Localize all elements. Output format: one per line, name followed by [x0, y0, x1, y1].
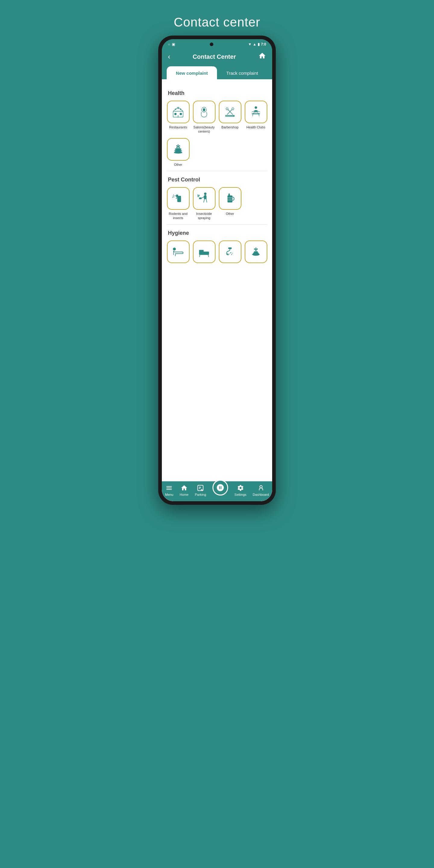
- hygiene4-icon-box: [245, 241, 267, 263]
- other-health-icon-box: [167, 138, 190, 161]
- svg-point-2: [178, 107, 179, 109]
- category-rodents[interactable]: Rodents and insects: [167, 187, 190, 220]
- svg-rect-64: [228, 247, 232, 249]
- category-barbershop[interactable]: Barbershop: [218, 101, 241, 134]
- svg-point-40: [173, 195, 174, 195]
- svg-line-14: [227, 110, 232, 115]
- nav-dashboard[interactable]: Dashboard: [253, 484, 269, 496]
- salons-label: Salons(beauty centers): [193, 125, 216, 134]
- salons-icon-box: [193, 101, 216, 123]
- svg-point-72: [255, 249, 257, 251]
- svg-rect-5: [180, 113, 182, 115]
- home-button[interactable]: [258, 52, 266, 61]
- header-title: Contact Center: [193, 53, 236, 60]
- insecticide-label: Insecticide spraying: [193, 212, 216, 220]
- svg-line-25: [259, 114, 259, 116]
- back-button[interactable]: ‹: [168, 53, 170, 61]
- status-bar: ○ ▣ ▼ ▲ ▮ 7:0: [162, 39, 272, 48]
- svg-point-30: [175, 148, 181, 150]
- category-hygiene3[interactable]: [218, 241, 241, 265]
- tabs-bar: New complaint Track complaint: [162, 66, 272, 79]
- svg-point-68: [232, 253, 233, 253]
- other-pest-label: Other: [226, 212, 234, 216]
- svg-point-1: [175, 108, 176, 110]
- other-health-label: Other: [174, 162, 182, 167]
- svg-text:P: P: [199, 487, 201, 490]
- nav-home[interactable]: Home: [180, 484, 188, 496]
- svg-line-27: [258, 111, 260, 112]
- category-other-health[interactable]: Other: [167, 138, 190, 167]
- svg-point-66: [230, 252, 231, 253]
- category-other-pest[interactable]: Other: [218, 187, 241, 220]
- tab-track-complaint[interactable]: Track complaint: [217, 66, 267, 79]
- svg-point-57: [173, 248, 176, 251]
- hygiene1-icon-box: [167, 241, 190, 263]
- category-restaurants[interactable]: Restaurants: [167, 101, 190, 134]
- svg-point-32: [176, 145, 178, 147]
- svg-line-47: [204, 199, 205, 203]
- svg-point-75: [255, 248, 256, 249]
- section-title-hygiene: Hygiene: [168, 230, 267, 236]
- category-hygiene4[interactable]: [244, 241, 267, 265]
- divider-pest-hygiene: [167, 224, 267, 224]
- nav-settings[interactable]: Settings: [235, 484, 247, 496]
- page-title: Contact center: [174, 15, 260, 30]
- svg-point-44: [204, 193, 207, 195]
- svg-line-48: [206, 199, 207, 203]
- camera-notch: [210, 42, 213, 46]
- category-salons[interactable]: Salons(beauty centers): [193, 101, 216, 134]
- svg-point-73: [254, 248, 255, 250]
- svg-rect-38: [176, 195, 178, 197]
- svg-point-67: [231, 254, 232, 255]
- signal-icon: ○: [168, 42, 170, 46]
- category-hygiene1[interactable]: [167, 241, 190, 265]
- rodents-icon-box: [167, 187, 190, 210]
- other-pest-icon-box: [219, 187, 241, 210]
- health-other-grid: Other: [167, 138, 267, 167]
- svg-line-62: [199, 255, 200, 257]
- nav-dashboard-label: Dashboard: [253, 493, 269, 496]
- svg-point-22: [255, 106, 257, 108]
- barbershop-label: Barbershop: [221, 125, 239, 129]
- svg-line-63: [208, 255, 209, 257]
- category-hygiene2[interactable]: [193, 241, 216, 265]
- battery-icon: ▮: [258, 42, 260, 46]
- svg-point-42: [173, 197, 173, 198]
- restaurants-label: Restaurants: [169, 125, 187, 129]
- svg-point-10: [204, 107, 205, 108]
- svg-point-50: [198, 195, 200, 196]
- nav-contact-center[interactable]: [213, 480, 228, 495]
- divider-health-pest: [167, 171, 267, 171]
- phone-screen: ○ ▣ ▼ ▲ ▮ 7:0 ‹ Contact Center New comp: [162, 39, 272, 501]
- svg-rect-52: [227, 195, 233, 203]
- hygiene2-icon-box: [193, 241, 216, 263]
- svg-rect-78: [166, 489, 172, 490]
- nav-menu[interactable]: Menu: [165, 484, 174, 496]
- wifi-icon: ▼: [248, 42, 252, 46]
- svg-point-3: [180, 108, 181, 110]
- category-health-clubs[interactable]: Health Clubs: [244, 101, 267, 134]
- status-right: ▼ ▲ ▮ 7:0: [248, 42, 266, 46]
- svg-rect-46: [199, 198, 202, 199]
- tab-new-complaint[interactable]: New complaint: [167, 66, 217, 79]
- svg-rect-61: [199, 250, 204, 252]
- health-grid: Restaurants Salons(beaut: [167, 101, 267, 134]
- sim-icon: ▣: [172, 42, 175, 46]
- time-display: 7:0: [261, 42, 266, 46]
- health-clubs-icon-box: [245, 101, 267, 123]
- svg-line-26: [252, 111, 254, 112]
- phone-frame: ○ ▣ ▼ ▲ ▮ 7:0 ‹ Contact Center New comp: [158, 36, 276, 505]
- svg-point-83: [260, 486, 262, 488]
- svg-rect-76: [166, 486, 172, 487]
- nav-parking[interactable]: P P Parking: [195, 484, 206, 496]
- rodents-label: Rodents and insects: [167, 212, 190, 220]
- hygiene3-icon-box: [219, 241, 241, 263]
- svg-line-13: [228, 110, 233, 115]
- nav-home-label: Home: [180, 493, 188, 496]
- health-clubs-label: Health Clubs: [247, 125, 266, 129]
- insecticide-icon-box: [193, 187, 216, 210]
- svg-point-74: [256, 248, 258, 250]
- nav-parking-label: Parking: [195, 493, 206, 496]
- svg-rect-77: [166, 488, 172, 488]
- category-insecticide[interactable]: Insecticide spraying: [193, 187, 216, 220]
